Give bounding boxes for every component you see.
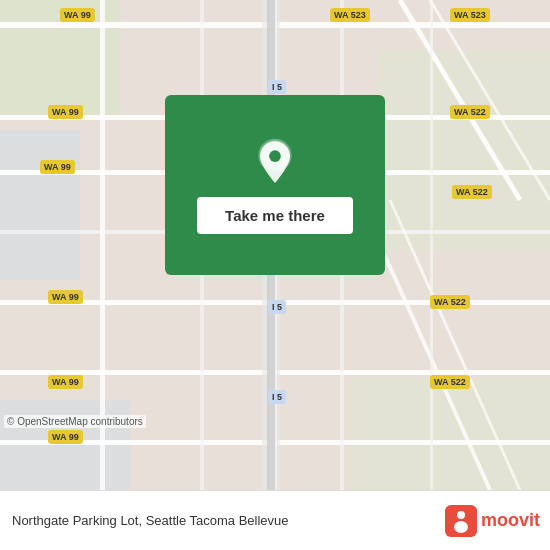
svg-rect-2 [380, 50, 550, 250]
moovit-logo: moovit [445, 505, 540, 537]
location-overlay: Take me there [165, 95, 385, 275]
hw-label-wa522-mid1: WA 522 [450, 105, 490, 119]
hw-label-wa99-lower3: WA 99 [48, 430, 83, 444]
hw-label-wa99-top-left: WA 99 [60, 8, 95, 22]
hw-label-wa99-mid1: WA 99 [48, 105, 83, 119]
moovit-brand-icon [445, 505, 477, 537]
hw-label-i5-lower1: I 5 [268, 300, 286, 314]
hw-label-wa522-mid2: WA 522 [452, 185, 492, 199]
location-label: Northgate Parking Lot, Seattle Tacoma Be… [12, 513, 445, 528]
footer: Northgate Parking Lot, Seattle Tacoma Be… [0, 490, 550, 550]
svg-rect-20 [430, 0, 433, 490]
moovit-brand-text: moovit [481, 510, 540, 531]
svg-point-27 [457, 511, 465, 519]
osm-copyright: © OpenStreetMap contributors [4, 415, 146, 428]
hw-label-i5-lower2: I 5 [268, 390, 286, 404]
hw-label-wa99-mid2: WA 99 [40, 160, 75, 174]
svg-point-28 [454, 521, 468, 533]
take-me-there-button[interactable]: Take me there [197, 197, 353, 234]
svg-point-25 [269, 150, 281, 162]
hw-label-wa99-lower2: WA 99 [48, 375, 83, 389]
location-pin-icon [250, 137, 300, 187]
hw-label-i5-top: I 5 [268, 80, 286, 94]
hw-label-wa99-lower1: WA 99 [48, 290, 83, 304]
hw-label-wa523-top-right1: WA 523 [330, 8, 370, 22]
hw-label-wa522-lower2: WA 522 [430, 375, 470, 389]
hw-label-wa523-top-right2: WA 523 [450, 8, 490, 22]
hw-label-wa522-lower1: WA 522 [430, 295, 470, 309]
svg-rect-1 [0, 130, 80, 280]
map-container: WA 99 WA 523 WA 523 I 5 WA 99 WA 522 WA … [0, 0, 550, 490]
